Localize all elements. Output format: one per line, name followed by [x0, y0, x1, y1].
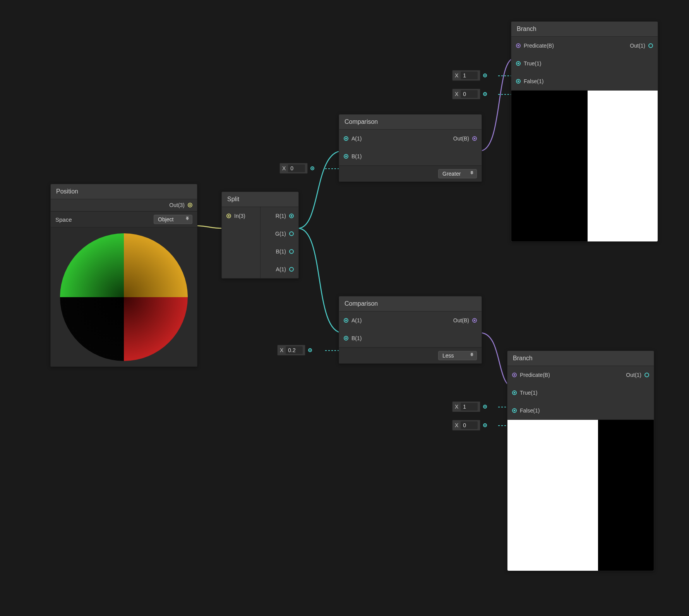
float-input-branch2-true[interactable]: X 1 [452, 401, 480, 412]
node-title[interactable]: Branch [507, 351, 654, 366]
port-label: False(1) [524, 78, 543, 84]
port-branch1-false[interactable]: False(1) [511, 72, 559, 90]
select-value: Less [442, 352, 454, 359]
port-split-b[interactable]: B(1) [261, 243, 299, 260]
branch1-preview [511, 91, 658, 241]
port-label: A(1) [351, 135, 362, 142]
port-dot-icon [483, 423, 487, 427]
port-dot-icon [512, 390, 517, 395]
port-dot-icon [344, 318, 348, 323]
node-title[interactable]: Split [222, 192, 298, 207]
port-split-a[interactable]: A(1) [261, 260, 299, 278]
port-comp1-b[interactable]: B(1) [339, 147, 366, 165]
node-title[interactable]: Comparison [339, 296, 482, 311]
port-label: Out(1) [626, 372, 641, 378]
float-value[interactable]: 0.2 [286, 346, 303, 354]
float-value[interactable]: 0 [461, 90, 478, 98]
port-dot-icon [289, 249, 294, 254]
port-dot-icon [472, 318, 477, 323]
port-branch2-true[interactable]: True(1) [507, 384, 555, 402]
float-value[interactable]: 1 [461, 72, 478, 79]
port-branch2-predicate[interactable]: Predicate(B) [507, 366, 555, 384]
float-x-label: X [455, 91, 458, 97]
port-dot-icon [289, 267, 294, 272]
port-dot-icon [516, 79, 521, 84]
svg-rect-3 [60, 297, 124, 361]
port-dot-icon [344, 336, 348, 341]
select-value: Greater [442, 171, 461, 177]
port-position-out[interactable]: Out(3) [165, 199, 197, 211]
float-input-comp1-b[interactable]: X 0 [279, 163, 308, 174]
svg-rect-1 [60, 233, 124, 297]
float-value[interactable]: 1 [461, 403, 478, 411]
node-title[interactable]: Comparison [339, 115, 482, 130]
port-dot-icon [644, 373, 649, 377]
svg-rect-4 [124, 297, 188, 361]
node-comparison-1[interactable]: Comparison A(1) B(1) Out(B) [339, 114, 482, 182]
port-dot-icon [512, 373, 517, 377]
port-label: G(1) [275, 231, 286, 237]
port-comp2-a[interactable]: A(1) [339, 311, 366, 329]
float-input-branch2-false[interactable]: X 0 [452, 420, 480, 431]
node-graph-canvas[interactable]: Position Out(3) Space Object [0, 0, 689, 616]
port-dot-icon [483, 74, 487, 77]
port-dot-icon [483, 405, 487, 409]
float-x-label: X [455, 72, 458, 79]
port-dot-icon [289, 231, 294, 236]
comparison-mode-select[interactable]: Less [438, 351, 477, 360]
port-label: B(1) [276, 248, 286, 255]
float-value[interactable]: 0 [461, 421, 478, 429]
port-dot-icon [516, 43, 521, 48]
port-comp1-out[interactable]: Out(B) [449, 130, 482, 147]
port-branch2-false[interactable]: False(1) [507, 402, 555, 419]
port-label: Out(B) [453, 135, 469, 142]
node-branch-2[interactable]: Branch Predicate(B) True(1) False(1) [507, 351, 654, 571]
port-dot-icon [310, 166, 314, 170]
port-dot-icon [226, 214, 231, 218]
port-label: B(1) [351, 335, 362, 341]
port-label: B(1) [351, 153, 362, 159]
port-branch2-out[interactable]: Out(1) [621, 366, 654, 384]
space-select[interactable]: Object [154, 215, 192, 224]
port-label: Out(3) [169, 202, 185, 208]
port-dot-icon [289, 214, 294, 218]
node-split[interactable]: Split In(3) R(1) G(1) B(1) [221, 192, 299, 279]
port-label: Out(B) [453, 317, 469, 323]
node-title[interactable]: Branch [511, 22, 658, 37]
port-label: True(1) [524, 60, 541, 67]
port-comp2-out[interactable]: Out(B) [449, 311, 482, 329]
port-label: Predicate(B) [520, 372, 550, 378]
port-dot-icon [512, 408, 517, 413]
node-comparison-2[interactable]: Comparison A(1) B(1) Out(B) [339, 296, 482, 364]
float-x-label: X [455, 404, 458, 410]
float-value[interactable]: 0 [288, 164, 305, 172]
port-comp2-b[interactable]: B(1) [339, 329, 366, 347]
port-branch1-out[interactable]: Out(1) [625, 37, 658, 55]
port-comp1-a[interactable]: A(1) [339, 130, 366, 147]
float-input-branch1-true[interactable]: X 1 [452, 70, 480, 81]
port-label: Predicate(B) [524, 43, 554, 49]
node-position[interactable]: Position Out(3) Space Object [50, 184, 197, 367]
comparison-mode-select[interactable]: Greater [438, 169, 477, 178]
port-dot-icon [648, 43, 653, 48]
port-split-g[interactable]: G(1) [261, 225, 299, 243]
node-branch-1[interactable]: Branch Predicate(B) True(1) False(1) [511, 21, 658, 242]
float-input-comp2-b[interactable]: X 0.2 [277, 345, 305, 356]
port-dot-icon [483, 92, 487, 96]
port-label: R(1) [276, 213, 286, 219]
port-label: True(1) [520, 390, 537, 396]
port-dot-icon [472, 136, 477, 141]
port-dot-icon [344, 136, 348, 141]
float-x-label: X [282, 165, 286, 171]
branch2-preview [507, 420, 654, 571]
port-branch1-predicate[interactable]: Predicate(B) [511, 37, 559, 55]
port-split-r[interactable]: R(1) [261, 207, 299, 225]
node-title[interactable]: Position [51, 184, 197, 199]
port-split-in[interactable]: In(3) [222, 207, 260, 225]
port-branch1-true[interactable]: True(1) [511, 55, 559, 72]
port-label: False(1) [520, 407, 540, 414]
svg-rect-2 [124, 233, 188, 297]
float-input-branch1-false[interactable]: X 0 [452, 89, 480, 99]
port-dot-icon [188, 203, 192, 207]
port-label: Out(1) [630, 43, 645, 49]
